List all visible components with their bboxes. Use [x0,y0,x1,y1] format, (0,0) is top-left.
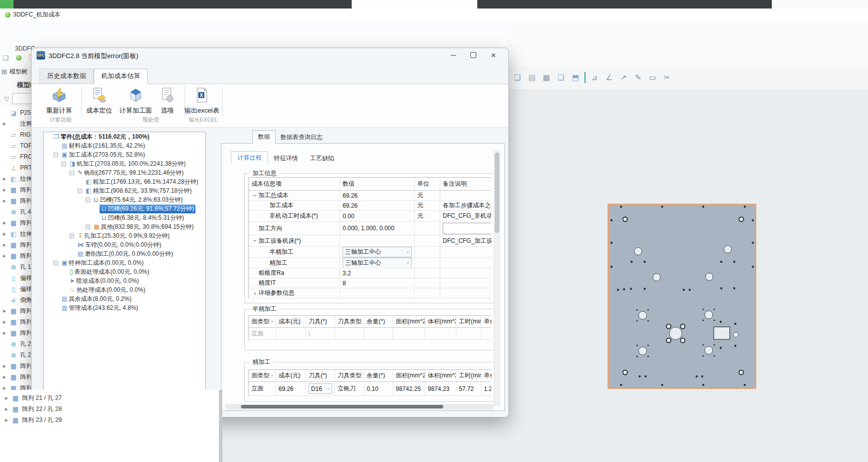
cost-tree-item[interactable]: ❒零件(总成本：5116.02元，100%) [44,132,205,141]
dialog-tab-1[interactable]: 机加成本估算 [94,69,148,84]
dialog-tab-0[interactable]: 历史成本数据 [40,69,94,84]
cost-tree-item[interactable]: ▯表面处理成本(0.00元, 0.0%) [44,267,205,276]
finish-cell[interactable]: 98742.25 [393,382,425,396]
info-value-cell[interactable]: 3.2 [340,268,415,278]
cost-tree-item[interactable]: −◧精加工(908.62元, 33.9%;757.18分钟) [44,186,205,195]
info-item-cell[interactable]: 粗糙度Ra [249,268,340,278]
tool-dropdown[interactable]: D16› [309,383,332,394]
info-value-cell[interactable]: 69.26 [340,191,415,201]
panel-subtab-0[interactable]: 计算过程 [231,151,268,165]
expand-arrow-icon[interactable]: ▶ [4,418,9,422]
semi-finish-cell[interactable] [456,328,481,340]
finish-col-header[interactable]: 余量(*) [364,370,393,382]
finish-cell[interactable]: 立面 [249,382,276,396]
semi-finish-col-header[interactable]: 单价(元/min [481,316,491,328]
cost-tree-item[interactable]: ◧粗加工(1769.13元, 66.1%;1474.28分钟) [44,177,205,186]
expand-arrow-icon[interactable]: ▶ [2,199,7,203]
finish-col-header[interactable]: 面类型› [249,370,276,382]
info-item-cell[interactable]: 非机动工时成本(*) [249,211,340,222]
toolbar-button-1[interactable]: 成本定位 [80,87,118,115]
sheet-icon[interactable]: ▤ [526,72,537,83]
semi-finish-col-header[interactable]: 体积(mm^3) [425,316,456,328]
finish-cell[interactable]: 1.20 [481,382,491,396]
modify-direction-button[interactable]: 修改加工方 [443,223,491,234]
model-plate[interactable] [608,204,756,389]
cost-tree-item[interactable]: ▤磨削加工(0.00元, 0.0%;0.00分钟) [44,249,205,258]
collapse-icon[interactable]: − [54,261,58,265]
finish-col-header[interactable]: 体积(mm^3) [425,370,456,382]
expand-arrow-icon[interactable]: ▶ [2,221,7,225]
finish-col-header[interactable]: 成本(元) [276,370,306,382]
chevron-down-icon[interactable]: › [251,192,258,199]
info-value-cell[interactable]: 8 [340,278,415,288]
options-button[interactable]: 选项 [148,87,186,115]
finish-col-header[interactable]: 单价(元/min [481,370,491,382]
info-item-cell[interactable]: ›详细参数信息 [249,288,340,298]
expand-arrow-icon[interactable]: ▶ [4,407,9,411]
bg-tree-item[interactable]: ▶▦阵列 22 / 孔 28 [2,403,214,414]
info-value-cell[interactable]: 三轴加工中心› [340,258,415,268]
semi-finish-col-header[interactable]: 工时(min) [456,316,481,328]
toolbar-button-4[interactable]: X输出excel表 [183,87,221,115]
semi-finish-col-header[interactable]: 余量(*) [364,316,393,328]
finish-col-header[interactable]: 刀具类型 [335,370,364,382]
dim-arrow-icon[interactable]: ↗ [618,72,629,83]
expand-arrow-icon[interactable]: ▶ [2,364,7,368]
info-item-cell[interactable]: 半精加工 [249,247,340,258]
frame-icon[interactable]: ▭ [647,72,658,83]
semi-finish-cell[interactable]: \ [306,328,335,340]
angle-icon[interactable]: ∠ [604,72,615,83]
semi-finish-cell[interactable] [393,328,425,340]
panel-tab-1[interactable]: 数据表查询日志 [275,131,328,144]
info-item-cell[interactable]: 加工成本 [249,201,340,211]
collapse-icon[interactable]: − [78,189,82,193]
chevron-right-icon[interactable]: › [251,290,258,297]
collapse-icon[interactable]: − [86,198,90,202]
maximize-button[interactable] [463,49,483,61]
semi-finish-col-header[interactable]: 面类型› [249,316,276,328]
toolbar-button-0[interactable]: 重新计算 [40,87,78,115]
expand-arrow-icon[interactable]: ▶ [2,331,7,335]
info-item-cell[interactable]: ›加工总成本 [249,191,340,201]
vertical-scroll-thumb[interactable] [495,153,499,233]
semi-finish-cell[interactable] [335,328,364,340]
expand-arrow-icon[interactable]: ▶ [2,177,7,181]
filter-funnel-icon[interactable]: ▽ [4,95,9,103]
cube-icon[interactable]: ❑ [512,72,523,83]
tree-panel-scrollbar[interactable] [219,390,222,462]
collapse-icon[interactable]: − [70,171,74,175]
panel-subtab-2[interactable]: 工艺缺陷 [304,152,340,165]
close-button[interactable]: × [483,49,503,61]
expand-arrow-icon[interactable]: ▶ [4,396,9,400]
bg-tree-item[interactable]: ▶▦阵列 23 / 孔 29 [2,414,214,425]
finish-col-header[interactable]: 面积(mm^2) [393,370,425,382]
info-value-cell[interactable]: 69.26 [340,201,415,211]
expand-arrow-icon[interactable]: ▶ [2,375,7,379]
machine-dropdown[interactable]: 三轴加工中心› [343,258,412,268]
info-value-cell[interactable] [340,235,415,247]
panel-horizontal-scrollbar[interactable] [225,404,494,410]
cost-tree-item[interactable]: −✎铣削(2677.75元, 99.1%;2231.46分钟) [44,168,205,177]
collapse-icon[interactable]: − [54,153,58,157]
cube-arrow-icon[interactable]: ❏ [555,72,566,83]
info-item-cell[interactable]: 精度IT [249,278,340,288]
cost-tree-item[interactable]: ▤其余成本(8.00元, 0.2%) [44,294,205,303]
semi-finish-cell[interactable] [276,328,306,340]
pencil-icon[interactable]: ✎ [633,72,644,83]
info-value-cell[interactable]: 0.00 [340,211,415,222]
finish-cell[interactable]: 立铣刀 [335,382,364,396]
expand-arrow-icon[interactable]: ▶ [2,232,7,236]
semi-finish-cell[interactable]: 立面 [249,328,276,340]
cost-tree-item[interactable]: ⋈车镗(0.00元, 0.0%;0.00分钟) [44,240,205,249]
model-tree-tab[interactable]: ⊞ 模型树 [2,68,28,76]
minimize-button[interactable] [443,49,463,61]
expand-arrow-icon[interactable]: ▶ [2,122,7,126]
info-value-cell[interactable] [340,288,415,298]
expand-arrow-icon[interactable]: ▶ [2,243,7,247]
info-item-cell[interactable]: 精加工 [249,258,340,268]
cost-tree-item[interactable]: +↧孔加工(25.30元, 0.9%;9.92分钟) [44,231,205,240]
dialog-titlebar[interactable]: DFC 3DDFC2.8 当前模型error(面板) × [32,48,508,62]
cost-tree-item[interactable]: +▦其他(832.98元, 30.8%;694.15分钟) [44,222,205,231]
horizontal-scroll-thumb[interactable] [241,405,443,408]
axes-icon[interactable]: ⊿ [589,72,600,83]
